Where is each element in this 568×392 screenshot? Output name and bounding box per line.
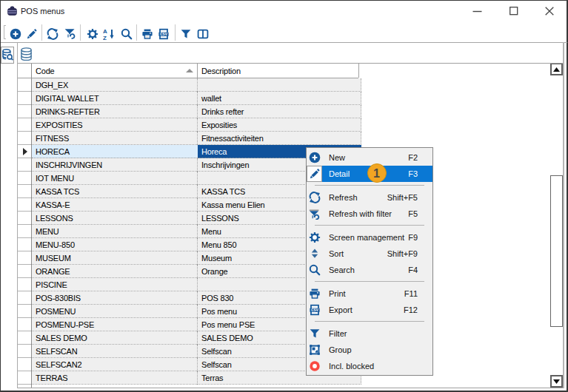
svg-text:CSV: CSV	[160, 32, 167, 36]
svg-text:CSV: CSV	[311, 308, 318, 312]
svg-text:Z: Z	[103, 34, 107, 40]
